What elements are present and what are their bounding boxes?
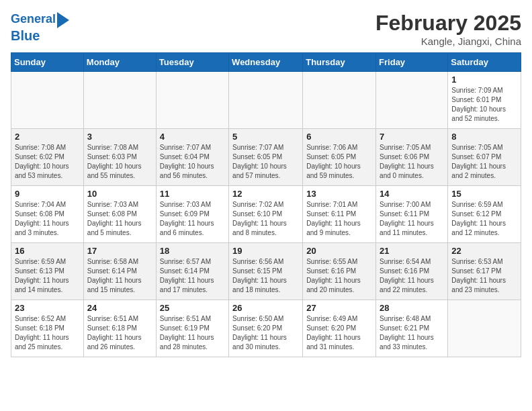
day-number: 2: [15, 132, 80, 142]
calendar-cell: 7Sunrise: 7:05 AM Sunset: 6:06 PM Daylig…: [376, 129, 448, 186]
day-info: Sunrise: 6:56 AM Sunset: 6:15 PM Dayligh…: [232, 257, 299, 295]
day-number: 10: [87, 189, 152, 199]
day-info: Sunrise: 6:59 AM Sunset: 6:13 PM Dayligh…: [15, 257, 80, 295]
day-number: 7: [380, 132, 444, 142]
calendar-week-row: 9Sunrise: 7:04 AM Sunset: 6:08 PM Daylig…: [11, 186, 521, 243]
calendar-cell: 11Sunrise: 7:03 AM Sunset: 6:09 PM Dayli…: [156, 186, 228, 243]
calendar-cell: 19Sunrise: 6:56 AM Sunset: 6:15 PM Dayli…: [229, 243, 303, 300]
day-info: Sunrise: 7:06 AM Sunset: 6:05 PM Dayligh…: [306, 143, 372, 181]
day-info: Sunrise: 6:59 AM Sunset: 6:12 PM Dayligh…: [451, 200, 517, 238]
calendar-cell: [376, 72, 448, 129]
weekday-header-tuesday: Tuesday: [156, 53, 228, 72]
calendar: SundayMondayTuesdayWednesdayThursdayFrid…: [11, 52, 521, 357]
calendar-cell: 25Sunrise: 6:51 AM Sunset: 6:19 PM Dayli…: [156, 300, 228, 357]
calendar-cell: 9Sunrise: 7:04 AM Sunset: 6:08 PM Daylig…: [11, 186, 84, 243]
day-number: 6: [306, 132, 372, 142]
weekday-header-saturday: Saturday: [448, 53, 521, 72]
calendar-week-row: 16Sunrise: 6:59 AM Sunset: 6:13 PM Dayli…: [11, 243, 521, 300]
calendar-cell: 1Sunrise: 7:09 AM Sunset: 6:01 PM Daylig…: [448, 72, 521, 129]
calendar-cell: 20Sunrise: 6:55 AM Sunset: 6:16 PM Dayli…: [303, 243, 376, 300]
day-number: 27: [306, 303, 372, 313]
day-info: Sunrise: 7:00 AM Sunset: 6:11 PM Dayligh…: [380, 200, 444, 238]
day-number: 21: [380, 246, 444, 256]
day-info: Sunrise: 6:54 AM Sunset: 6:16 PM Dayligh…: [380, 257, 444, 295]
day-info: Sunrise: 6:58 AM Sunset: 6:14 PM Dayligh…: [87, 257, 152, 295]
day-number: 4: [160, 132, 225, 142]
day-info: Sunrise: 7:03 AM Sunset: 6:08 PM Dayligh…: [87, 200, 152, 238]
logo-text-line1: General: [11, 13, 56, 26]
day-number: 23: [15, 303, 80, 313]
weekday-header-row: SundayMondayTuesdayWednesdayThursdayFrid…: [11, 53, 521, 72]
day-info: Sunrise: 7:08 AM Sunset: 6:03 PM Dayligh…: [87, 143, 152, 181]
calendar-cell: 3Sunrise: 7:08 AM Sunset: 6:03 PM Daylig…: [83, 129, 156, 186]
day-number: 26: [232, 303, 299, 313]
calendar-cell: 21Sunrise: 6:54 AM Sunset: 6:16 PM Dayli…: [376, 243, 448, 300]
calendar-cell: 28Sunrise: 6:48 AM Sunset: 6:21 PM Dayli…: [376, 300, 448, 357]
day-number: 13: [306, 189, 372, 199]
day-number: 20: [306, 246, 372, 256]
day-number: 25: [160, 303, 225, 313]
calendar-cell: 5Sunrise: 7:07 AM Sunset: 6:05 PM Daylig…: [229, 129, 303, 186]
logo-arrow-icon: [57, 12, 69, 28]
day-info: Sunrise: 7:04 AM Sunset: 6:08 PM Dayligh…: [15, 200, 80, 238]
calendar-cell: 8Sunrise: 7:05 AM Sunset: 6:07 PM Daylig…: [448, 129, 521, 186]
day-number: 5: [232, 132, 299, 142]
calendar-week-row: 23Sunrise: 6:52 AM Sunset: 6:18 PM Dayli…: [11, 300, 521, 357]
day-info: Sunrise: 6:53 AM Sunset: 6:17 PM Dayligh…: [451, 257, 517, 295]
calendar-cell: 10Sunrise: 7:03 AM Sunset: 6:08 PM Dayli…: [83, 186, 156, 243]
title-block: February 2025 Kangle, Jiangxi, China: [375, 11, 521, 47]
day-info: Sunrise: 7:05 AM Sunset: 6:06 PM Dayligh…: [380, 143, 444, 181]
day-info: Sunrise: 6:48 AM Sunset: 6:21 PM Dayligh…: [380, 314, 444, 352]
day-number: 3: [87, 132, 152, 142]
day-number: 14: [380, 189, 444, 199]
calendar-week-row: 1Sunrise: 7:09 AM Sunset: 6:01 PM Daylig…: [11, 72, 521, 129]
calendar-cell: 12Sunrise: 7:02 AM Sunset: 6:10 PM Dayli…: [229, 186, 303, 243]
day-number: 24: [87, 303, 152, 313]
month-title: February 2025: [375, 11, 521, 36]
day-info: Sunrise: 7:09 AM Sunset: 6:01 PM Dayligh…: [451, 86, 517, 124]
location: Kangle, Jiangxi, China: [375, 36, 521, 47]
weekday-header-thursday: Thursday: [303, 53, 376, 72]
day-number: 19: [232, 246, 299, 256]
day-number: 28: [380, 303, 444, 313]
calendar-cell: 13Sunrise: 7:01 AM Sunset: 6:11 PM Dayli…: [303, 186, 376, 243]
calendar-cell: [11, 72, 84, 129]
day-number: 15: [451, 189, 517, 199]
day-info: Sunrise: 6:55 AM Sunset: 6:16 PM Dayligh…: [306, 257, 372, 295]
calendar-cell: 22Sunrise: 6:53 AM Sunset: 6:17 PM Dayli…: [448, 243, 521, 300]
day-number: 12: [232, 189, 299, 199]
calendar-cell: 17Sunrise: 6:58 AM Sunset: 6:14 PM Dayli…: [83, 243, 156, 300]
calendar-cell: 24Sunrise: 6:51 AM Sunset: 6:18 PM Dayli…: [83, 300, 156, 357]
calendar-cell: [229, 72, 303, 129]
day-info: Sunrise: 6:51 AM Sunset: 6:18 PM Dayligh…: [87, 314, 152, 352]
day-number: 11: [160, 189, 225, 199]
day-number: 16: [15, 246, 80, 256]
calendar-cell: 2Sunrise: 7:08 AM Sunset: 6:02 PM Daylig…: [11, 129, 84, 186]
weekday-header-monday: Monday: [83, 53, 156, 72]
calendar-cell: [303, 72, 376, 129]
day-info: Sunrise: 7:08 AM Sunset: 6:02 PM Dayligh…: [15, 143, 80, 181]
day-number: 17: [87, 246, 152, 256]
calendar-cell: 18Sunrise: 6:57 AM Sunset: 6:14 PM Dayli…: [156, 243, 228, 300]
day-info: Sunrise: 7:01 AM Sunset: 6:11 PM Dayligh…: [306, 200, 372, 238]
calendar-cell: 4Sunrise: 7:07 AM Sunset: 6:04 PM Daylig…: [156, 129, 228, 186]
day-info: Sunrise: 7:07 AM Sunset: 6:04 PM Dayligh…: [160, 143, 225, 181]
day-number: 22: [451, 246, 517, 256]
page-header: General Blue February 2025 Kangle, Jiang…: [11, 11, 521, 47]
day-info: Sunrise: 6:49 AM Sunset: 6:20 PM Dayligh…: [306, 314, 372, 352]
day-info: Sunrise: 6:52 AM Sunset: 6:18 PM Dayligh…: [15, 314, 80, 352]
day-info: Sunrise: 7:02 AM Sunset: 6:10 PM Dayligh…: [232, 200, 299, 238]
logo-text-line2: Blue: [11, 28, 40, 43]
weekday-header-friday: Friday: [376, 53, 448, 72]
day-number: 1: [451, 75, 517, 85]
day-number: 18: [160, 246, 225, 256]
day-info: Sunrise: 6:51 AM Sunset: 6:19 PM Dayligh…: [160, 314, 225, 352]
calendar-cell: 16Sunrise: 6:59 AM Sunset: 6:13 PM Dayli…: [11, 243, 84, 300]
calendar-week-row: 2Sunrise: 7:08 AM Sunset: 6:02 PM Daylig…: [11, 129, 521, 186]
calendar-cell: 15Sunrise: 6:59 AM Sunset: 6:12 PM Dayli…: [448, 186, 521, 243]
logo: General Blue: [11, 11, 69, 43]
calendar-cell: [156, 72, 228, 129]
day-info: Sunrise: 6:57 AM Sunset: 6:14 PM Dayligh…: [160, 257, 225, 295]
day-info: Sunrise: 7:07 AM Sunset: 6:05 PM Dayligh…: [232, 143, 299, 181]
calendar-cell: 14Sunrise: 7:00 AM Sunset: 6:11 PM Dayli…: [376, 186, 448, 243]
